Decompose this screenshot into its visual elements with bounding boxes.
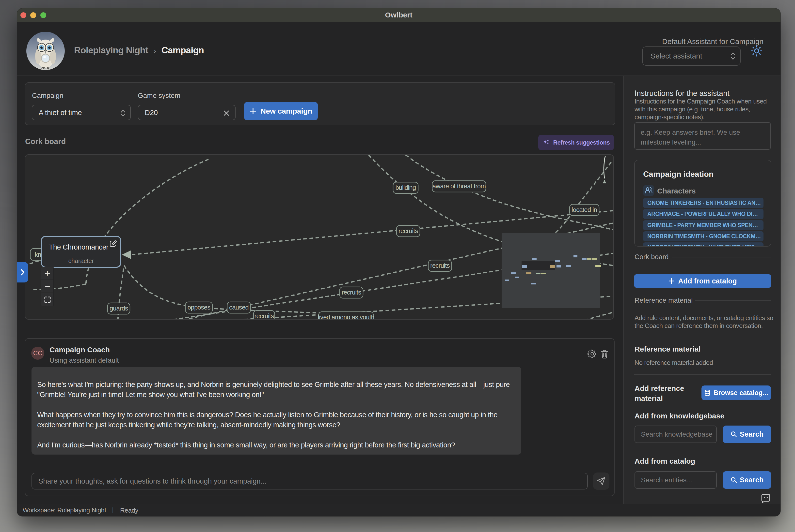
svg-text:kn: kn <box>35 251 41 258</box>
svg-text:building: building <box>395 184 416 191</box>
svg-text:recruits: recruits <box>254 312 274 319</box>
svg-text:located in: located in <box>572 206 597 213</box>
svg-text:aware of threat from: aware of threat from <box>432 183 486 190</box>
svg-text:guards: guards <box>110 305 128 312</box>
svg-text:recruits: recruits <box>398 227 418 234</box>
svg-text:caused: caused <box>229 304 249 311</box>
svg-text:lived among as youth: lived among as youth <box>318 314 374 319</box>
svg-text:recruits: recruits <box>342 289 361 296</box>
svg-text:opposes: opposes <box>187 304 211 311</box>
svg-text:recruits: recruits <box>430 262 450 269</box>
